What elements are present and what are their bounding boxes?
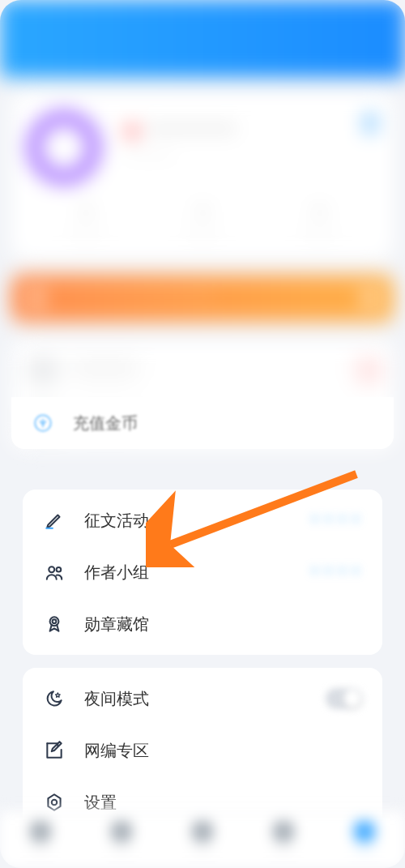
edit-profile-icon [366,114,374,132]
menu-item-blurred-1: ＊＊＊＊ [11,344,394,396]
promo-banner: ＊＊＊＊＊＊＊＊＊＊＊＊ [11,275,394,322]
menu-label: 征文活动 [84,510,149,532]
svg-marker-7 [48,794,60,810]
moon-icon [42,688,66,709]
profile-card: ＊＊＊＊＊ ＊＊＊＊ ＊＊＊＊ ＊＊＊＊ ＊＊＊＊ [11,92,394,260]
nav-item-1: ＊＊ [0,811,81,868]
banner-right-icon [361,289,379,307]
svg-point-3 [49,567,54,572]
menu-label: 勋章藏馆 [84,614,149,635]
menu-item-night[interactable]: 夜间模式 [23,673,382,725]
menu-label: 夜间模式 [84,688,149,710]
svg-point-4 [57,567,62,572]
bottom-nav: ＊＊ ＊＊ ＊＊ ＊＊ ＊＊ [0,810,405,868]
medal-icon [42,614,66,635]
profile-sub: ＊＊＊＊ [125,148,173,164]
coin-icon [31,413,55,434]
nav-item-5: ＊＊ [324,811,405,868]
app-header [0,0,405,77]
nav-item-3: ＊＊ [162,811,243,868]
menu-right-text: ＊＊＊＊ [308,563,363,582]
pen-icon [42,510,66,531]
avatar [28,111,100,184]
svg-rect-0 [35,366,51,376]
blurred-header-region: ＊＊＊＊＊ ＊＊＊＊ ＊＊＊＊ ＊＊＊＊ ＊＊＊＊ ＊＊＊＊＊＊＊＊＊＊＊＊ ＊… [0,0,405,450]
profile-name: ＊＊＊＊＊ [125,119,237,143]
banner-icon [26,288,47,309]
nav-item-2: ＊＊ [81,811,162,868]
badge-dot [363,365,374,376]
menu-item-recharge[interactable]: 充值金币 [11,397,394,449]
people-icon [42,562,66,583]
edit-square-icon [42,740,66,761]
menu-label: 网编专区 [84,740,149,762]
svg-point-8 [52,800,58,806]
wallet-icon [31,360,55,381]
stat-2: ＊＊＊＊ [144,203,261,244]
stat-3: ＊＊＊＊ [261,203,377,244]
banner-text: ＊＊＊＊＊＊＊＊＊＊＊＊ [58,290,214,307]
stat-1: ＊＊＊＊ [28,203,144,244]
svg-point-6 [53,619,57,623]
nav-item-4: ＊＊ [243,811,324,868]
menu-label: 作者小组 [84,562,149,584]
menu-right-text: ＊＊＊＊ [308,511,363,530]
night-toggle[interactable] [326,688,363,709]
menu-item-editor[interactable]: 网编专区 [23,725,382,776]
menu-item-medal[interactable]: 勋章藏馆 [23,598,382,650]
menu-label: 充值金币 [73,413,138,434]
menu-item-essay[interactable]: 征文活动 ＊＊＊＊ [23,494,382,546]
menu-item-author-group[interactable]: 作者小组 ＊＊＊＊ [23,546,382,598]
